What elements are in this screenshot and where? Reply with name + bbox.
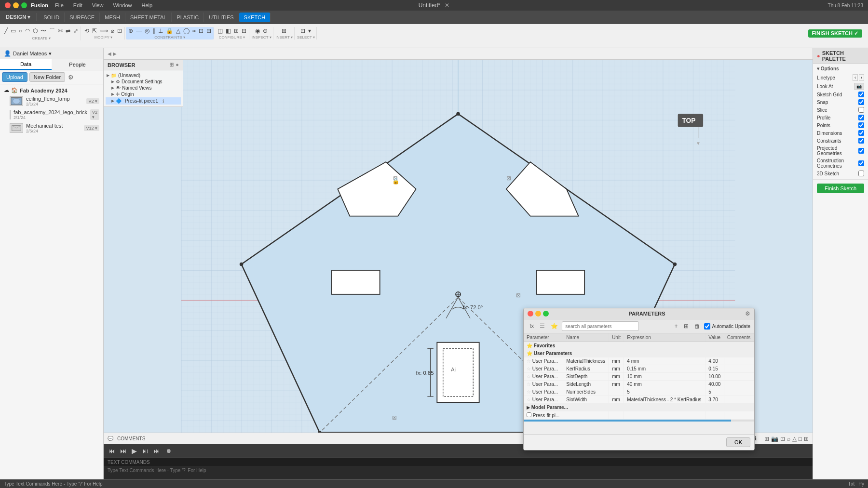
finish-sketch-palette-btn[interactable]: Finish Sketch — [817, 184, 864, 193]
play-play[interactable]: ▶ — [131, 446, 138, 456]
tab-people[interactable]: People — [52, 59, 103, 70]
horizontal-constraint[interactable]: △ — [175, 27, 181, 35]
model-param-checkbox[interactable] — [527, 412, 531, 417]
auto-update-checkbox[interactable] — [704, 323, 710, 330]
params-close-btn[interactable] — [528, 311, 533, 317]
tree-item-root[interactable]: ▶ 📁 (Unsaved) — [106, 72, 181, 79]
menu-edit[interactable]: Edit — [70, 1, 85, 9]
finish-sketch-btn[interactable]: FINISH SKETCH ✓ — [808, 29, 862, 38]
line-tool[interactable]: ╱ — [3, 27, 9, 35]
configure-icon3[interactable]: ⊞ — [233, 27, 240, 35]
params-fx-btn[interactable]: fx — [528, 322, 536, 330]
play-pause[interactable]: ⏯ — [141, 446, 149, 456]
params-ok-btn[interactable]: OK — [726, 437, 750, 447]
tab-solid[interactable]: SOLID — [39, 13, 65, 22]
tree-item-origin[interactable]: ▶ ✛ Origin — [106, 91, 181, 97]
tree-item-press-fit[interactable]: ▶ 🔷 Press-fit piece1 ℹ — [106, 97, 181, 105]
play-first[interactable]: ⏮ — [108, 446, 116, 456]
linetype-left-btn[interactable]: ‹ — [853, 74, 858, 81]
fillet-tool[interactable]: ⌒ — [48, 26, 56, 36]
params-filter-btn[interactable]: ☰ — [538, 322, 547, 330]
star-icon-3[interactable]: ☆ — [527, 374, 531, 379]
polygon-tool[interactable]: ⬡ — [32, 27, 39, 35]
canvas-control-1[interactable]: ⊞ — [764, 435, 769, 442]
star-icon-2[interactable]: ☆ — [527, 366, 531, 371]
version-badge-3[interactable]: V12 ▾ — [84, 125, 99, 131]
close-window-btn[interactable] — [5, 2, 11, 8]
inspect-icon[interactable]: ◉ — [254, 27, 261, 35]
mirror-tool[interactable]: ⇌ — [65, 27, 71, 35]
scale-tool[interactable]: ⇱ — [91, 27, 98, 35]
insert-label[interactable]: INSERT ▾ — [276, 35, 293, 40]
equal-constraint[interactable]: ⊡ — [198, 27, 204, 35]
coincident-constraint[interactable]: ⊕ — [127, 27, 134, 35]
canvas-control-4[interactable]: ⌕ — [787, 435, 790, 442]
profile-checkbox[interactable] — [858, 115, 864, 120]
points-checkbox[interactable] — [858, 122, 864, 128]
configure-icon4[interactable]: ⊟ — [241, 27, 247, 35]
table-row[interactable]: ☆ User Para... KerfRadius mm 0.15 mm 0.1… — [524, 365, 754, 373]
collinear-constraint[interactable]: — — [135, 27, 143, 35]
list-item[interactable]: ceiling_flexo_lamp 2/1/24 V2 ▾ — [2, 94, 101, 108]
construction-geom-checkbox[interactable] — [858, 160, 864, 166]
dimensions-checkbox[interactable] — [858, 130, 864, 136]
inspect-label[interactable]: INSPECT ▾ — [252, 35, 271, 40]
list-item[interactable]: fab_academy_2024_lego_brick 2/1/24 V2 ▾ — [2, 108, 101, 121]
browser-expand-icon[interactable]: ⊞ — [169, 62, 174, 68]
table-row[interactable]: ☆ User Para... NumberSides 5 5 — [524, 388, 754, 396]
snap-checkbox[interactable] — [858, 99, 864, 105]
browser-close-icon[interactable]: ● — [176, 62, 179, 68]
create-label[interactable]: CREATE ▾ — [32, 36, 51, 40]
arc-tool[interactable]: ◠ — [24, 27, 31, 35]
star-icon-6[interactable]: ☆ — [527, 397, 531, 402]
break-tool[interactable]: ⌀ — [110, 27, 115, 35]
menu-view[interactable]: View — [89, 1, 107, 9]
move-tool[interactable]: ⟲ — [83, 27, 90, 35]
insert-icon[interactable]: ⊞ — [281, 27, 287, 35]
canvas-control-7[interactable]: ⊞ — [804, 435, 809, 442]
upload-btn[interactable]: Upload — [2, 72, 27, 82]
constraints-checkbox[interactable] — [858, 138, 864, 144]
menu-file[interactable]: File — [52, 1, 67, 9]
project-section-header[interactable]: ☁ 🏠 Fab Academy 2024 — [2, 86, 101, 94]
modify-label[interactable]: MODIFY ▾ — [95, 35, 112, 40]
projected-geom-checkbox[interactable] — [858, 148, 864, 154]
design-dropdown[interactable]: DESIGN ▾ — [4, 13, 32, 21]
star-icon-4[interactable]: ☆ — [527, 382, 531, 387]
slice-checkbox[interactable] — [858, 107, 864, 113]
version-badge-2[interactable]: V2 ▾ — [90, 109, 99, 120]
table-row[interactable]: ☆ User Para... SlotDepth mm 10 mm 10.00 — [524, 373, 754, 381]
select-label[interactable]: SELECT ▾ — [297, 35, 315, 40]
configure-label[interactable]: CONFIGURE ▾ — [219, 35, 245, 40]
linetype-right-btn[interactable]: › — [859, 74, 864, 81]
close-tab-btn[interactable]: ✕ — [445, 2, 449, 9]
tab-mesh[interactable]: MESH — [100, 13, 125, 22]
status-py[interactable]: Py — [858, 481, 864, 487]
maximize-window-btn[interactable] — [21, 2, 27, 8]
star-icon-5[interactable]: ☆ — [527, 389, 531, 395]
text-command-input[interactable] — [108, 468, 809, 473]
params-settings-icon[interactable]: ⚙ — [745, 310, 750, 317]
constraints-label[interactable]: CONSTRAINTS ▾ — [154, 35, 185, 40]
params-star-btn[interactable]: ⭐ — [549, 322, 560, 330]
minimize-window-btn[interactable] — [13, 2, 19, 8]
params-maximize-btn[interactable] — [543, 311, 549, 317]
canvas-control-2[interactable]: 📷 — [771, 435, 778, 442]
perpendicular-constraint[interactable]: ⊥ — [157, 27, 164, 35]
table-row[interactable]: ☆ User Para... SideLength mm 40 mm 40.00 — [524, 381, 754, 388]
tab-sheet-metal[interactable]: SHEET METAL — [125, 13, 172, 22]
spline-tool[interactable]: 〜 — [40, 26, 47, 36]
star-icon-1[interactable]: ☆ — [527, 358, 531, 364]
parallel-constraint[interactable]: ∥ — [151, 27, 156, 35]
params-copy-btn[interactable]: ⊞ — [682, 322, 691, 330]
table-row[interactable]: ☆ User Para... MaterialThickness mm 4 mm… — [524, 357, 754, 365]
play-next[interactable]: ⏭ — [152, 446, 161, 456]
circle-tool[interactable]: ○ — [18, 27, 23, 35]
params-table-container[interactable]: Parameter Name Unit Expression Value Com… — [524, 333, 754, 420]
version-badge-1[interactable]: V2 ▾ — [86, 98, 99, 104]
offset-tool[interactable]: ⤢ — [72, 27, 79, 35]
tab-plastic[interactable]: PLASTIC — [172, 13, 204, 22]
look-at-btn[interactable]: 📷 — [854, 83, 864, 90]
comments-add-icon[interactable]: ℹ — [755, 435, 757, 442]
new-folder-btn[interactable]: New Folder — [29, 72, 65, 82]
